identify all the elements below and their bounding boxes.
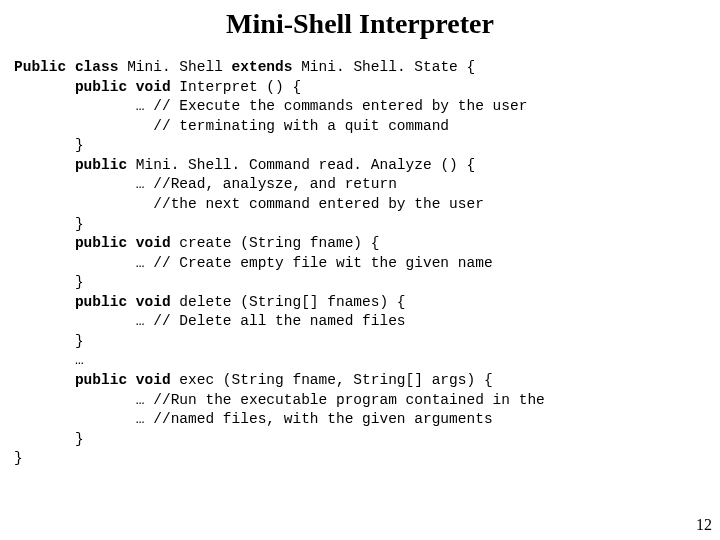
kw-extends: extends	[232, 59, 302, 75]
brace-close-5: }	[14, 431, 84, 447]
comment-delete: … // Delete all the named files	[14, 313, 406, 329]
method-create: create (String fname) {	[179, 235, 379, 251]
kw-public-void-4: public void	[14, 294, 179, 310]
brace-close-4: }	[14, 333, 84, 349]
class-name: Mini. Shell	[127, 59, 231, 75]
brace-close-class: }	[14, 450, 23, 466]
comment-terminating: // terminating with a quit command	[14, 118, 449, 134]
kw-public-2: public	[14, 157, 136, 173]
brace-close-3: }	[14, 274, 84, 290]
method-read-analyze: Mini. Shell. Command read. Analyze () {	[136, 157, 475, 173]
kw-public-void-1: public void	[14, 79, 179, 95]
method-exec: exec (String fname, String[] args) {	[179, 372, 492, 388]
comment-read: … //Read, analysze, and return	[14, 176, 397, 192]
comment-next-command: //the next command entered by the user	[14, 196, 484, 212]
kw-public-void-5: public void	[14, 372, 179, 388]
brace-close-2: }	[14, 216, 84, 232]
comment-run: … //Run the executable program contained…	[14, 392, 545, 408]
ellipsis-methods: …	[14, 352, 84, 368]
method-interpret: Interpret () {	[179, 79, 301, 95]
superclass-name: Mini. Shell. State {	[301, 59, 475, 75]
kw-public-void-3: public void	[14, 235, 179, 251]
page-title: Mini-Shell Interpreter	[0, 8, 720, 40]
page-number: 12	[696, 516, 712, 534]
code-block: Public class Mini. Shell extends Mini. S…	[0, 58, 720, 469]
comment-named-files: … //named files, with the given argument…	[14, 411, 493, 427]
comment-execute: … // Execute the commands entered by the…	[14, 98, 527, 114]
method-delete: delete (String[] fnames) {	[179, 294, 405, 310]
kw-public-class: Public class	[14, 59, 127, 75]
brace-close-1: }	[14, 137, 84, 153]
comment-create: … // Create empty file wit the given nam…	[14, 255, 493, 271]
